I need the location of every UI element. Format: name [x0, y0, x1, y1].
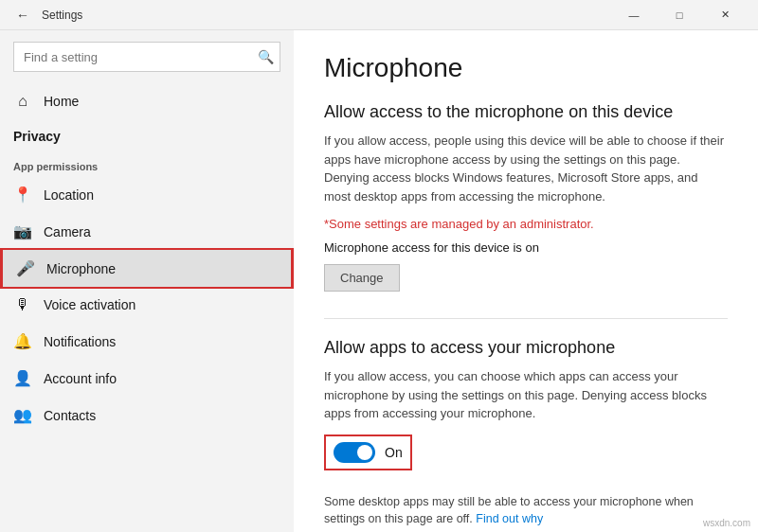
- sidebar-item-voice-activation[interactable]: 🎙 Voice activation: [0, 287, 294, 323]
- section-divider: [324, 318, 728, 319]
- microphone-icon: 🎤: [16, 259, 35, 277]
- sidebar-item-home[interactable]: ⌂ Home: [0, 83, 294, 119]
- section1-heading: Allow access to the microphone on this d…: [324, 102, 728, 122]
- sidebar-item-label: Camera: [44, 224, 91, 239]
- account-icon: 👤: [13, 369, 32, 387]
- sidebar-item-notifications[interactable]: 🔔 Notifications: [0, 323, 294, 360]
- camera-icon: 📷: [13, 222, 32, 240]
- toggle-container: On: [324, 434, 412, 470]
- sidebar: 🔍 ⌂ Home Privacy App permissions 📍 Locat…: [0, 30, 294, 532]
- sidebar-item-label: Contacts: [44, 408, 96, 423]
- sidebar-item-label: Account info: [44, 371, 117, 386]
- privacy-header: Privacy: [0, 119, 294, 153]
- home-icon: ⌂: [13, 93, 32, 110]
- sidebar-item-camera[interactable]: 📷 Camera: [0, 213, 294, 250]
- sidebar-item-label: Location: [44, 187, 94, 203]
- search-container: 🔍: [13, 42, 280, 72]
- content-area: Microphone Allow access to the microphon…: [294, 30, 758, 532]
- sidebar-item-microphone[interactable]: 🎤 Microphone: [0, 250, 294, 287]
- location-icon: 📍: [13, 186, 32, 204]
- privacy-label: Privacy: [13, 129, 61, 144]
- find-out-link[interactable]: Find out why: [476, 512, 543, 525]
- contacts-icon: 👥: [13, 406, 32, 424]
- voice-icon: 🎙: [13, 296, 32, 313]
- search-button[interactable]: 🔍: [250, 42, 280, 72]
- toggle-label: On: [385, 445, 403, 460]
- close-button[interactable]: ✕: [703, 0, 747, 30]
- admin-warning: *Some settings are managed by an adminis…: [324, 217, 728, 231]
- back-button[interactable]: ←: [11, 4, 34, 27]
- sidebar-item-contacts[interactable]: 👥 Contacts: [0, 397, 294, 434]
- maximize-button[interactable]: □: [658, 0, 701, 30]
- sidebar-item-label: Microphone: [46, 261, 116, 276]
- section2-heading: Allow apps to access your microphone: [324, 338, 728, 358]
- microphone-toggle[interactable]: [334, 442, 375, 463]
- change-button[interactable]: Change: [324, 264, 400, 292]
- search-icon: 🔍: [258, 49, 274, 64]
- window-controls: — □ ✕: [612, 0, 747, 30]
- search-input[interactable]: [13, 42, 280, 72]
- page-title: Microphone: [324, 53, 728, 83]
- notifications-icon: 🔔: [13, 332, 32, 350]
- sidebar-item-location[interactable]: 📍 Location: [0, 176, 294, 213]
- window-title: Settings: [42, 9, 82, 22]
- minimize-button[interactable]: —: [612, 0, 656, 30]
- titlebar: ← Settings — □ ✕: [0, 0, 758, 30]
- section1-description: If you allow access, people using this d…: [324, 132, 728, 205]
- access-status: Microphone access for this device is on: [324, 240, 728, 255]
- main-layout: 🔍 ⌂ Home Privacy App permissions 📍 Locat…: [0, 30, 758, 532]
- section2-description: If you allow access, you can choose whic…: [324, 367, 728, 423]
- sidebar-item-label: Voice activation: [44, 297, 135, 312]
- sidebar-item-label: Notifications: [44, 334, 116, 349]
- sidebar-item-account-info[interactable]: 👤 Account info: [0, 360, 294, 397]
- footer-note: Some desktop apps may still be able to a…: [324, 493, 728, 529]
- app-permissions-label: App permissions: [0, 153, 294, 176]
- home-label: Home: [44, 94, 79, 109]
